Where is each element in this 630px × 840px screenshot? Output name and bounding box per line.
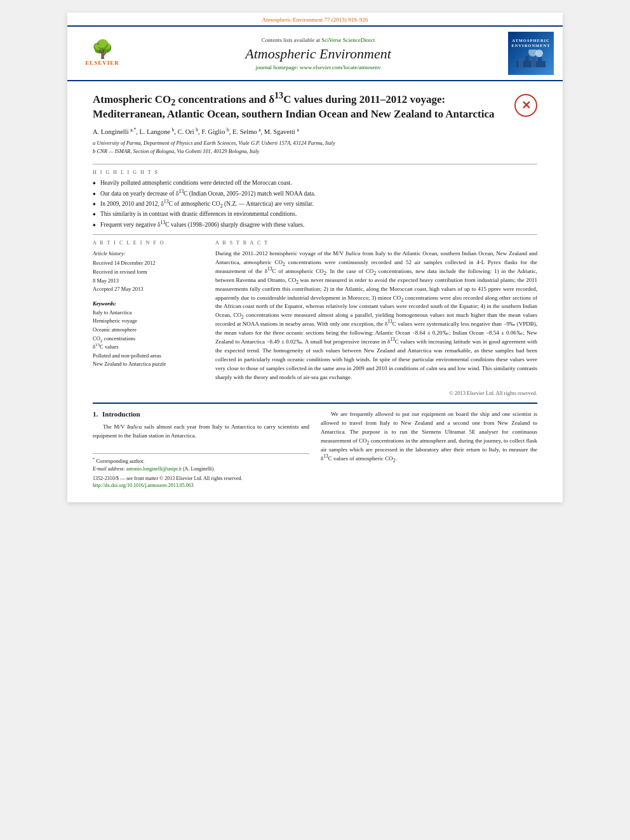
email-footnote: E-mail address: antonio.longinelli@unipr…	[93, 466, 309, 472]
journal-url[interactable]: www.elsevier.com/locate/atmosenv	[300, 64, 380, 70]
journal-homepage: journal homepage: www.elsevier.com/locat…	[131, 64, 506, 70]
sciverse-link[interactable]: SciVerse ScienceDirect	[321, 37, 375, 43]
elsevier-logo: 🌳 ELSEVIER	[74, 41, 131, 66]
authors-line: A. Longinelli a,*, L. Langone b, C. Ori …	[93, 128, 537, 135]
svg-rect-1	[518, 58, 523, 67]
journal-center-info: Contents lists available at SciVerse Sci…	[131, 37, 506, 70]
bottom-divider	[93, 403, 537, 404]
intro-section-title: 1. Introduction	[93, 410, 309, 418]
revised-date: 8 May 2013	[93, 277, 204, 286]
journal-ref-text: Atmospheric Environment 77 (2013) 919–92…	[262, 17, 368, 23]
received-date: Received 14 December 2012	[93, 259, 204, 268]
highlights-label: H I G H L I G H T S	[93, 170, 537, 175]
journal-title: Atmospheric Environment	[131, 46, 506, 62]
ae-logo-container: ATMOSPHERICENVIRONMENT	[506, 32, 556, 75]
divider-2	[93, 234, 537, 235]
intro-right-column: We are frequently allowed to put our equ…	[321, 410, 537, 490]
affiliations: a University of Parma, Department of Phy…	[93, 139, 537, 156]
article-page: Atmospheric Environment 77 (2013) 919–92…	[67, 13, 563, 502]
article-history: Article history: Received 14 December 20…	[93, 250, 204, 294]
corresponding-note: * Corresponding author.	[93, 458, 309, 464]
ae-logo: ATMOSPHERICENVIRONMENT	[508, 32, 554, 75]
doi-line: http://dx.doi.org/10.1016/j.atmosenv.201…	[93, 483, 309, 488]
article-info-label: A R T I C L E I N F O	[93, 240, 204, 246]
highlight-item: This similarity is in contrast with dras…	[93, 210, 537, 218]
received-revised-label: Received in revised form	[93, 268, 204, 277]
article-title: Atmospheric CO2 concentrations and δ13C …	[93, 93, 508, 122]
crossmark-icon: ✕	[514, 94, 537, 117]
svg-rect-4	[538, 57, 542, 67]
two-column-section: A R T I C L E I N F O Article history: R…	[93, 240, 537, 396]
elsevier-wordmark: ELSEVIER	[85, 60, 119, 66]
highlight-item: In 2009, 2010 and 2012, δ13C of atmosphe…	[93, 200, 537, 208]
accepted-date: Accepted 27 May 2013	[93, 285, 204, 294]
abstract-text: During the 2011–2012 hemispheric voyage …	[215, 250, 537, 382]
highlights-list: Heavily polluted atmospheric conditions …	[93, 179, 537, 229]
journal-reference-top: Atmospheric Environment 77 (2013) 919–92…	[67, 13, 563, 27]
history-title: Article history:	[93, 250, 204, 258]
footnote-area: * Corresponding author. E-mail address: …	[93, 453, 309, 488]
crossmark-badge: ✕	[514, 94, 537, 117]
keywords-list: Italy to Antarctica Hemispheric voyage O…	[93, 309, 204, 369]
email-link[interactable]: antonio.longinelli@unipr.it	[126, 466, 182, 472]
highlight-item: Our data on yearly decrease of δ13C (Ind…	[93, 190, 537, 198]
keywords-section: Keywords: Italy to Antarctica Hemispheri…	[93, 300, 204, 369]
highlight-item: Frequent very negative δ13C values (1998…	[93, 221, 537, 229]
article-info-column: A R T I C L E I N F O Article history: R…	[93, 240, 204, 396]
svg-rect-2	[525, 56, 529, 67]
affiliation-b: b CNR — ISMAR, Section of Bologna, Via G…	[93, 147, 537, 156]
main-content: Atmospheric CO2 concentrations and δ13C …	[67, 81, 563, 502]
introduction-section: 1. Introduction The M/V Italica sails al…	[93, 410, 537, 490]
copyright-notice: © 2013 Elsevier Ltd. All rights reserved…	[215, 387, 537, 396]
divider-1	[93, 164, 537, 164]
highlight-item: Heavily polluted atmospheric conditions …	[93, 179, 537, 187]
svg-rect-3	[531, 55, 536, 67]
abstract-label: A B S T R A C T	[215, 240, 537, 246]
issn-line: 1352-2310/$ — see front matter © 2013 El…	[93, 476, 309, 481]
doi-link[interactable]: http://dx.doi.org/10.1016/j.atmosenv.201…	[93, 483, 194, 488]
intro-left-text: The M/V Italica sails almost each year f…	[93, 423, 309, 441]
sciverse-line: Contents lists available at SciVerse Sci…	[131, 37, 506, 43]
intro-left-column: 1. Introduction The M/V Italica sails al…	[93, 410, 309, 490]
abstract-column: A B S T R A C T During the 2011–2012 hem…	[215, 240, 537, 396]
journal-banner: 🌳 ELSEVIER Contents lists available at S…	[67, 27, 563, 81]
affiliation-a: a University of Parma, Department of Phy…	[93, 139, 537, 147]
keywords-title: Keywords:	[93, 300, 204, 307]
intro-right-text: We are frequently allowed to put our equ…	[321, 410, 537, 463]
elsevier-tree-icon: 🌳	[91, 41, 114, 58]
